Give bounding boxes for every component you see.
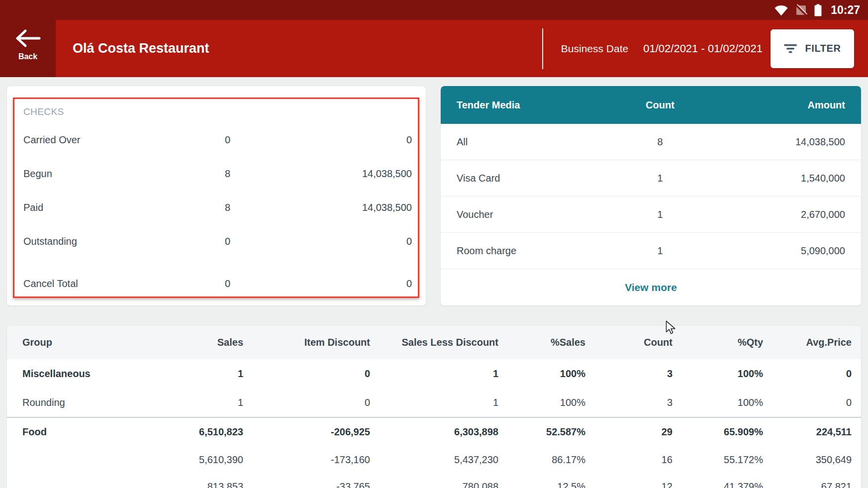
tender-amount: 1,540,000 — [720, 173, 845, 184]
tender-row-voucher: Voucher 1 2,670,000 — [441, 196, 861, 233]
cell-avg-price: 350,649 — [763, 454, 861, 466]
group-table-header: Group Sales Item Discount Sales Less Dis… — [7, 326, 861, 359]
table-row-miscellaneous: Miscellaneous 1 0 1 100% 3 100% 0 — [7, 359, 861, 389]
col-tender-media: Tender Media — [457, 99, 600, 111]
cell-sales-less-discount: 1 — [370, 397, 498, 408]
tender-count: 1 — [600, 245, 720, 257]
wifi-icon — [774, 4, 788, 16]
tender-label: Visa Card — [457, 173, 600, 184]
group-name: Rounding — [7, 397, 166, 408]
check-count: 0 — [188, 134, 230, 146]
cell-sales: 6,510,823 — [166, 426, 243, 438]
tender-count: 1 — [600, 173, 720, 184]
cell-count: 3 — [585, 397, 673, 408]
col-count: Count — [600, 99, 720, 111]
cell-percent-qty: 65.909% — [673, 426, 763, 438]
cell-count: 16 — [585, 454, 673, 466]
col-group: Group — [7, 337, 166, 348]
cell-percent-qty: 41.379% — [673, 481, 763, 488]
cell-percent-qty: 100% — [673, 397, 763, 408]
cell-item-discount: -206,925 — [243, 426, 370, 438]
page-title: Olá Costa Restaurant — [73, 41, 209, 56]
cell-sales-less-discount: 6,303,898 — [370, 426, 498, 438]
tender-count: 8 — [600, 136, 720, 148]
tender-label: Voucher — [457, 209, 600, 220]
filter-label: FILTER — [805, 43, 841, 54]
cell-count: 12 — [585, 481, 673, 488]
check-label: Cancel Total — [23, 278, 188, 290]
tender-media-header: Tender Media Count Amount — [441, 86, 861, 124]
cell-percent-sales: 52.587% — [498, 426, 585, 438]
checks-card: CHECKS Carried Over 0 0 Begun 8 14,038,5… — [6, 86, 426, 306]
back-arrow-icon — [14, 29, 41, 48]
battery-icon — [814, 4, 822, 16]
business-date-label: Business Date — [561, 43, 628, 55]
col-percent-sales: %Sales — [498, 337, 585, 348]
view-more-row: View more — [441, 269, 861, 305]
cell-item-discount: 0 — [243, 397, 370, 408]
tender-label: Room charge — [457, 245, 600, 257]
col-avg-price: Avg.Price — [763, 337, 861, 348]
table-row-food-sub-1: 5,610,390 -173,160 5,437,230 86.17% 16 5… — [7, 446, 861, 473]
cell-percent-sales: 86.17% — [498, 454, 585, 466]
cell-avg-price: 67,821 — [763, 481, 861, 488]
col-percent-qty: %Qty — [673, 337, 763, 348]
back-button[interactable]: Back — [0, 0, 56, 77]
cell-percent-sales: 12.5% — [498, 481, 585, 488]
tender-amount: 5,090,000 — [720, 245, 845, 257]
table-row-food: Food 6,510,823 -206,925 6,303,898 52.587… — [7, 417, 861, 446]
check-amount: 14,038,500 — [230, 202, 412, 213]
col-sales-less-discount: Sales Less Discount — [370, 337, 498, 348]
header-divider — [542, 28, 543, 69]
status-time: 10:27 — [831, 3, 860, 17]
table-row-rounding: Rounding 1 0 1 100% 3 100% 0 — [7, 389, 861, 417]
cell-item-discount: -33,765 — [243, 481, 370, 488]
group-name: Miscellaneous — [7, 368, 166, 380]
cell-count: 29 — [585, 426, 673, 438]
tender-count: 1 — [600, 209, 720, 220]
tender-media-card: Tender Media Count Amount All 8 14,038,5… — [440, 86, 862, 306]
cell-sales: 5,610,390 — [166, 454, 243, 466]
tender-amount: 14,038,500 — [720, 136, 845, 148]
filter-button[interactable]: FILTER — [771, 29, 854, 68]
cell-sales: 813,853 — [166, 481, 243, 488]
back-label: Back — [18, 52, 37, 61]
checks-row-paid: Paid 8 14,038,500 — [23, 191, 412, 224]
cell-sales-less-discount: 780,088 — [370, 481, 498, 488]
cell-count: 3 — [585, 368, 673, 380]
checks-highlight-box: CHECKS Carried Over 0 0 Begun 8 14,038,5… — [13, 98, 419, 298]
no-network-icon — [795, 4, 807, 16]
checks-row-cancel-total: Cancel Total 0 0 — [23, 272, 412, 295]
cell-percent-qty: 100% — [673, 368, 763, 380]
status-bar: 10:27 — [56, 0, 868, 20]
cell-sales-less-discount: 1 — [370, 368, 498, 380]
check-amount: 0 — [230, 134, 412, 146]
cell-sales-less-discount: 5,437,230 — [370, 454, 498, 466]
cell-avg-price: 0 — [763, 368, 861, 380]
business-date-value: 01/02/2021 - 01/02/2021 — [643, 42, 763, 55]
mouse-cursor — [665, 320, 678, 334]
check-count: 8 — [188, 202, 230, 213]
cell-sales: 1 — [166, 397, 243, 408]
check-label: Outstanding — [23, 236, 188, 247]
cell-percent-sales: 100% — [498, 368, 585, 380]
tender-amount: 2,670,000 — [720, 209, 845, 220]
cell-sales: 1 — [166, 368, 243, 380]
table-row-food-sub-2: 813,853 -33,765 780,088 12.5% 12 41.379%… — [7, 473, 861, 488]
col-amount: Amount — [720, 99, 845, 111]
view-more-link[interactable]: View more — [625, 282, 677, 293]
tender-label: All — [457, 136, 600, 148]
top-bar: Back 10:27 Olá Costa Restaurant Business… — [0, 0, 868, 77]
col-sales: Sales — [166, 337, 243, 348]
check-label: Paid — [23, 202, 188, 213]
cell-percent-sales: 100% — [498, 397, 585, 408]
checks-section-title: CHECKS — [23, 101, 412, 123]
check-count: 0 — [188, 236, 230, 247]
filter-icon — [783, 43, 797, 54]
tender-row-all: All 8 14,038,500 — [441, 124, 861, 160]
check-amount: 0 — [230, 278, 412, 290]
check-count: 8 — [188, 168, 230, 180]
cell-item-discount: 0 — [243, 368, 370, 380]
cell-percent-qty: 55.172% — [673, 454, 763, 466]
group-sales-table: Group Sales Item Discount Sales Less Dis… — [6, 325, 862, 488]
